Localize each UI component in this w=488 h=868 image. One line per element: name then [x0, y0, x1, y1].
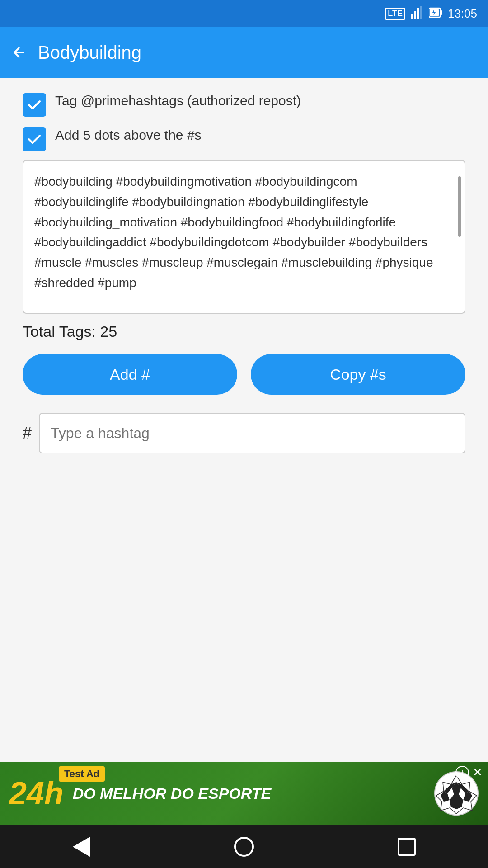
checkbox-row-tag[interactable]: Tag @primehashtags (authorized repost) — [23, 91, 465, 117]
ad-banner: 24h DO MELHOR DO ESPORTE i ✕ Test Ad — [0, 762, 488, 825]
hashtag-input-row: # — [23, 413, 465, 453]
nav-back-button[interactable] — [63, 829, 99, 865]
page-title: Bodybuilding — [38, 42, 141, 63]
scroll-indicator — [458, 176, 461, 237]
nav-bar — [0, 825, 488, 868]
nav-recent-button[interactable] — [389, 829, 425, 865]
checkbox-tag-label: Tag @primehashtags (authorized repost) — [55, 91, 301, 110]
svg-rect-0 — [411, 14, 413, 19]
add-hash-button[interactable]: Add # — [23, 354, 237, 395]
total-tags-label: Total Tags: 25 — [23, 323, 465, 340]
checkbox-row-dots[interactable]: Add 5 dots above the #s — [23, 126, 465, 151]
ad-info-icon[interactable]: i — [455, 766, 469, 779]
nav-home-button[interactable] — [226, 829, 262, 865]
main-content: Tag @primehashtags (authorized repost) A… — [0, 78, 488, 467]
battery-icon — [429, 6, 442, 21]
ad-logo: 24h — [9, 778, 64, 809]
status-time: 13:05 — [448, 7, 477, 21]
tags-display-area[interactable]: #bodybuilding #bodybuildingmotivation #b… — [23, 160, 465, 314]
lte-indicator: LTE — [385, 8, 405, 20]
copy-hashes-button[interactable]: Copy #s — [251, 354, 465, 395]
hashtag-input[interactable] — [39, 413, 465, 453]
svg-rect-5 — [441, 10, 442, 15]
checkbox-tag-primehashtags[interactable] — [23, 93, 46, 117]
signal-icon — [411, 6, 423, 21]
svg-rect-2 — [417, 8, 419, 19]
action-buttons-row: Add # Copy #s — [23, 354, 465, 395]
status-bar: LTE 13:05 — [0, 0, 488, 27]
back-button[interactable] — [11, 44, 27, 61]
app-bar: Bodybuilding — [0, 27, 488, 78]
ad-test-label: Test Ad — [59, 766, 105, 782]
tags-text: #bodybuilding #bodybuildingmotivation #b… — [34, 172, 454, 302]
ad-close-area[interactable]: i ✕ — [455, 765, 483, 779]
svg-rect-1 — [414, 11, 416, 19]
svg-rect-3 — [420, 6, 422, 19]
checkbox-add-dots[interactable] — [23, 127, 46, 151]
ad-text: DO MELHOR DO ESPORTE — [73, 785, 425, 802]
hashtag-symbol: # — [23, 424, 32, 443]
checkbox-dots-label: Add 5 dots above the #s — [55, 126, 202, 145]
ad-close-icon[interactable]: ✕ — [473, 765, 483, 779]
